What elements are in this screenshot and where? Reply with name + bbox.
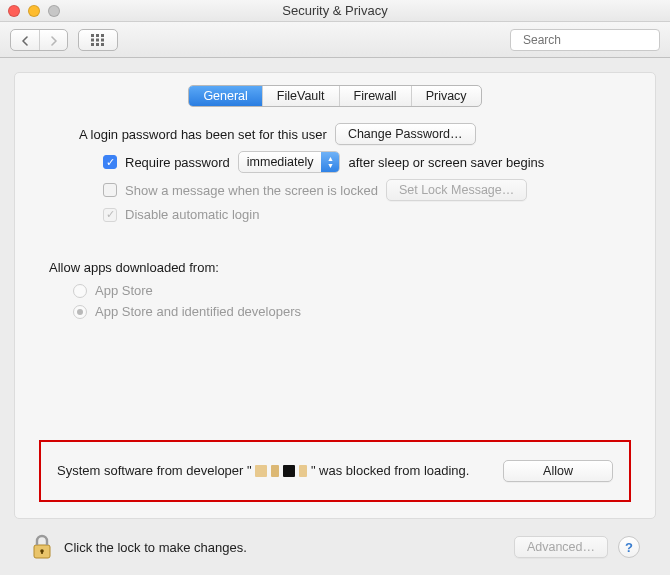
show-message-label: Show a message when the screen is locked bbox=[125, 183, 378, 198]
svg-rect-5 bbox=[101, 38, 104, 41]
login-password-set-label: A login password has been set for this u… bbox=[79, 127, 327, 142]
login-password-set-row: A login password has been set for this u… bbox=[79, 123, 631, 145]
svg-rect-6 bbox=[91, 43, 94, 46]
close-window-button[interactable] bbox=[8, 5, 20, 17]
set-lock-message-button: Set Lock Message… bbox=[386, 179, 527, 201]
forward-button[interactable] bbox=[39, 30, 67, 51]
require-password-label: Require password bbox=[125, 155, 230, 170]
tab-privacy[interactable]: Privacy bbox=[411, 86, 481, 106]
allow-apps-section: Allow apps downloaded from: App Store Ap… bbox=[39, 260, 631, 319]
grid-icon bbox=[91, 34, 105, 46]
help-button[interactable]: ? bbox=[618, 536, 640, 558]
svg-rect-7 bbox=[96, 43, 99, 46]
window-controls bbox=[8, 5, 60, 17]
radio-identified-label: App Store and identified developers bbox=[95, 304, 301, 319]
allow-blocked-software-button[interactable]: Allow bbox=[503, 460, 613, 482]
require-password-checkbox[interactable]: ✓ bbox=[103, 155, 117, 169]
blocked-developer-name-redacted bbox=[255, 465, 307, 477]
blocked-message-suffix: " was blocked from loading. bbox=[311, 463, 470, 478]
zoom-window-button[interactable] bbox=[48, 5, 60, 17]
minimize-window-button[interactable] bbox=[28, 5, 40, 17]
titlebar: Security & Privacy bbox=[0, 0, 670, 22]
blocked-message-prefix: System software from developer " bbox=[57, 463, 252, 478]
show-message-checkbox[interactable] bbox=[103, 183, 117, 197]
require-password-row: ✓ Require password immediately ▲▼ after … bbox=[79, 151, 631, 173]
svg-rect-3 bbox=[91, 38, 94, 41]
allow-apps-option-identified: App Store and identified developers bbox=[49, 304, 631, 319]
toolbar bbox=[0, 22, 670, 58]
tabs: General FileVault Firewall Privacy bbox=[188, 85, 481, 107]
allow-apps-option-appstore: App Store bbox=[49, 283, 631, 298]
footer: Click the lock to make changes. Advanced… bbox=[14, 519, 656, 575]
svg-rect-1 bbox=[96, 34, 99, 37]
svg-rect-2 bbox=[101, 34, 104, 37]
tab-general[interactable]: General bbox=[189, 86, 261, 106]
blocked-software-box: System software from developer " " was b… bbox=[39, 440, 631, 502]
chevron-left-icon bbox=[21, 36, 30, 46]
nav-back-forward bbox=[10, 29, 68, 51]
disable-autologin-checkbox[interactable]: ✓ bbox=[103, 208, 117, 222]
content: General FileVault Firewall Privacy A log… bbox=[14, 72, 656, 519]
tab-filevault[interactable]: FileVault bbox=[262, 86, 339, 106]
show-message-row: Show a message when the screen is locked… bbox=[79, 179, 631, 201]
chevron-right-icon bbox=[49, 36, 58, 46]
password-delay-value: immediately bbox=[239, 155, 322, 169]
show-all-prefs-button[interactable] bbox=[78, 29, 118, 51]
svg-rect-0 bbox=[91, 34, 94, 37]
lock-hint-text: Click the lock to make changes. bbox=[64, 540, 504, 555]
svg-rect-13 bbox=[41, 551, 43, 554]
svg-rect-4 bbox=[96, 38, 99, 41]
disable-autologin-row: ✓ Disable automatic login bbox=[79, 207, 631, 222]
svg-rect-8 bbox=[101, 43, 104, 46]
allow-apps-header: Allow apps downloaded from: bbox=[49, 260, 631, 275]
search-input[interactable] bbox=[521, 32, 670, 48]
search-field[interactable] bbox=[510, 29, 660, 51]
advanced-button: Advanced… bbox=[514, 536, 608, 558]
stepper-arrows-icon: ▲▼ bbox=[321, 152, 339, 172]
window-title: Security & Privacy bbox=[0, 3, 670, 18]
radio-appstore bbox=[73, 284, 87, 298]
change-password-button[interactable]: Change Password… bbox=[335, 123, 476, 145]
preferences-window: Security & Privacy bbox=[0, 0, 670, 575]
radio-identified bbox=[73, 305, 87, 319]
lock-icon[interactable] bbox=[30, 533, 54, 561]
login-password-section: A login password has been set for this u… bbox=[39, 123, 631, 222]
blocked-software-message: System software from developer " " was b… bbox=[57, 462, 483, 480]
pane: General FileVault Firewall Privacy A log… bbox=[0, 58, 670, 575]
after-sleep-label: after sleep or screen saver begins bbox=[348, 155, 544, 170]
radio-appstore-label: App Store bbox=[95, 283, 153, 298]
disable-autologin-label: Disable automatic login bbox=[125, 207, 259, 222]
back-button[interactable] bbox=[11, 30, 39, 51]
password-delay-select[interactable]: immediately ▲▼ bbox=[238, 151, 341, 173]
tab-firewall[interactable]: Firewall bbox=[339, 86, 411, 106]
